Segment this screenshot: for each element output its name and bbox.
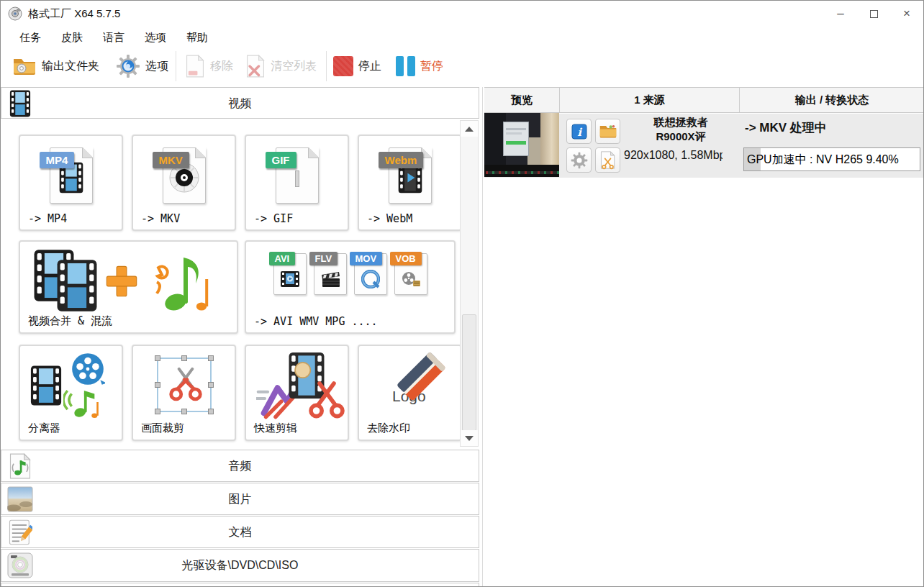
- remove-button: 移除: [185, 53, 233, 80]
- reel-mini-icon: [401, 270, 421, 288]
- tile-label: -> WebM: [367, 212, 412, 225]
- source-media-info: 920x1080, 1.58Mbp: [624, 147, 723, 164]
- minimize-button[interactable]: –: [824, 1, 857, 27]
- film-reel-icon: [71, 352, 105, 386]
- source-file-title: 联想拯救者 R9000X评: [625, 115, 736, 142]
- header-preview: 预览: [484, 88, 559, 112]
- flv-badge: FLV: [309, 252, 338, 265]
- app-window: 格式工厂 X64 5.7.5 – × 任务 皮肤 语言 选项 帮助 输出文件夹: [0, 0, 924, 587]
- conversion-progress-bar: GPU加速中 : NV H265 9.40%: [743, 147, 920, 171]
- video-category-label: 视频: [1, 88, 479, 119]
- category-audio[interactable]: 音频: [1, 450, 479, 482]
- scissors-icon: [168, 365, 203, 405]
- category-document[interactable]: 文档: [1, 516, 479, 548]
- output-folder-icon: [12, 56, 37, 76]
- category-picture[interactable]: 图片: [1, 483, 479, 515]
- menu-skin[interactable]: 皮肤: [51, 31, 93, 45]
- open-folder-button[interactable]: [595, 119, 620, 144]
- menu-options[interactable]: 选项: [135, 31, 176, 45]
- tile-video-merge-mux[interactable]: 视频合并 & 混流: [19, 240, 238, 334]
- eraser-icon: [391, 346, 457, 412]
- picture-category-label: 图片: [1, 483, 479, 514]
- green-note-icon: [63, 383, 101, 421]
- tiles-scrollbar[interactable]: [460, 120, 479, 447]
- maximize-button[interactable]: [857, 1, 890, 27]
- tile-label: 画面裁剪: [141, 422, 184, 435]
- gif-badge: GIF: [266, 152, 296, 168]
- webm-file-icon: Webm: [387, 146, 433, 205]
- tile-to-webm[interactable]: Webm -> WebM: [358, 135, 462, 231]
- options-label: 选项: [145, 59, 168, 74]
- clip-video-button[interactable]: [595, 147, 620, 173]
- clip-scissors-icon: [599, 151, 617, 170]
- menu-bar: 任务 皮肤 语言 选项 帮助: [1, 27, 923, 48]
- options-button[interactable]: 选项: [116, 53, 168, 80]
- info-icon: i: [571, 124, 587, 140]
- stop-label: 停止: [358, 59, 381, 74]
- scrollbar-thumb[interactable]: [462, 314, 476, 431]
- tile-label: 分离器: [28, 422, 60, 435]
- folder-icon: [599, 124, 617, 139]
- category-video[interactable]: 视频: [1, 87, 479, 119]
- arrow-down-icon: [465, 436, 474, 441]
- splitter-icon: [29, 352, 115, 419]
- task-options-button[interactable]: [566, 147, 592, 173]
- crop-selection-icon: [157, 358, 212, 412]
- output-folder-button[interactable]: 输出文件夹: [12, 53, 99, 80]
- tile-label: 快速剪辑: [254, 422, 297, 435]
- scissors-icon: [308, 381, 345, 421]
- stop-icon: [333, 56, 353, 76]
- output-folder-label: 输出文件夹: [42, 59, 99, 74]
- film-mini-icon: [281, 271, 299, 287]
- tile-remove-watermark[interactable]: Logo 去除水印: [358, 345, 462, 441]
- media-info-button[interactable]: i: [566, 119, 592, 144]
- remove-label: 移除: [210, 59, 233, 74]
- pause-icon: [396, 56, 415, 76]
- tile-crop[interactable]: 画面裁剪: [132, 345, 236, 441]
- tile-to-avi-wmv-mpg[interactable]: AVI FLV: [245, 240, 456, 334]
- clapper-mini-icon: [320, 270, 340, 288]
- menu-tasks[interactable]: 任务: [9, 31, 51, 45]
- mp4-badge: MP4: [40, 152, 75, 168]
- maximize-icon: [870, 10, 878, 18]
- task-row[interactable]: i: [484, 114, 924, 178]
- output-status-text: -> MKV 处理中: [745, 119, 827, 136]
- tile-splitter[interactable]: 分离器: [19, 345, 123, 441]
- scroll-up-button[interactable]: [461, 121, 478, 137]
- preview-thumbnail[interactable]: [484, 113, 559, 177]
- audio-category-label: 音频: [1, 450, 479, 481]
- menu-help[interactable]: 帮助: [176, 31, 218, 45]
- document-category-label: 文档: [1, 517, 479, 547]
- scroll-down-button[interactable]: [461, 430, 478, 446]
- pause-button[interactable]: 暂停: [396, 53, 443, 80]
- category-disc-device[interactable]: 光驱设备\DVD\CD\ISO: [1, 549, 479, 582]
- window-title: 格式工厂 X64 5.7.5: [28, 1, 120, 27]
- clear-list-label: 清空列表: [271, 59, 317, 74]
- menu-language[interactable]: 语言: [93, 31, 135, 45]
- clear-list-icon: [245, 55, 266, 78]
- avi-badge: AVI: [269, 252, 296, 265]
- tile-quick-clip[interactable]: 快速剪辑: [245, 345, 349, 441]
- tile-label: -> MKV: [141, 212, 180, 225]
- options-gear-icon: [116, 54, 140, 78]
- gif-file-icon: GIF: [274, 146, 320, 205]
- sunset-image-icon: [296, 171, 299, 186]
- clear-list-button: 清空列表: [245, 53, 317, 80]
- progress-text: GPU加速中 : NV H265 9.40%: [747, 148, 899, 170]
- tile-label: -> GIF: [254, 212, 293, 225]
- toolbar-divider: [326, 51, 327, 81]
- category-partial-row[interactable]: [1, 583, 479, 587]
- tile-label: -> AVI WMV MPG ....: [254, 315, 378, 328]
- window-controls: – ×: [824, 1, 923, 27]
- header-output-status: 输出 / 转换状态: [739, 88, 924, 112]
- quick-clip-icon: [256, 352, 341, 421]
- close-button[interactable]: ×: [890, 1, 923, 27]
- stop-button[interactable]: 停止: [333, 53, 381, 80]
- tile-to-mkv[interactable]: MKV -> MKV: [132, 135, 236, 231]
- arrow-up-icon: [465, 127, 474, 132]
- tile-to-gif[interactable]: GIF -> GIF: [245, 135, 349, 231]
- music-notes-icon: [147, 250, 213, 312]
- plus-icon: [105, 265, 138, 298]
- tile-to-mp4[interactable]: MP4 -> MP4: [19, 135, 123, 231]
- video-merge-icon: [33, 249, 227, 312]
